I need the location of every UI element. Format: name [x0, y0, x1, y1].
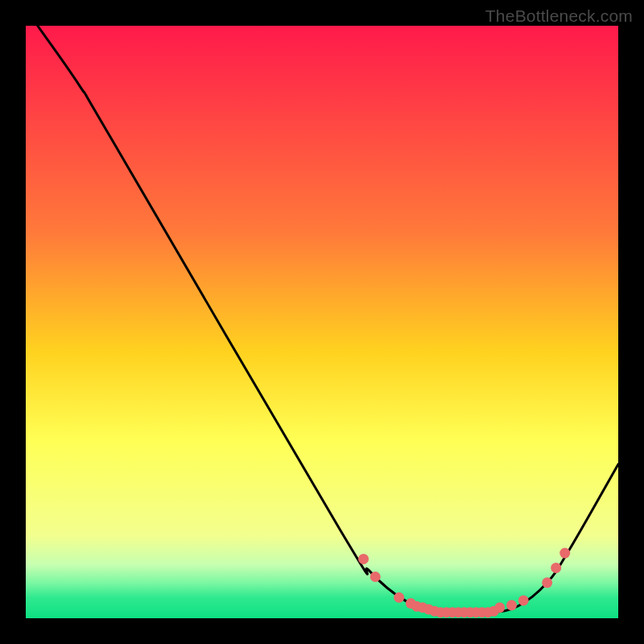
- chart-plot-area: [26, 26, 618, 618]
- data-marker: [518, 595, 529, 605]
- chart-svg: [26, 26, 618, 618]
- chart-stage: TheBottleneck.com: [0, 0, 644, 644]
- data-marker: [551, 563, 561, 573]
- data-marker: [370, 572, 381, 582]
- chart-gradient-bg: [26, 26, 618, 618]
- data-marker: [494, 602, 505, 613]
- data-marker: [542, 577, 552, 588]
- data-marker: [559, 548, 570, 559]
- data-marker: [358, 554, 369, 564]
- data-marker: [394, 592, 404, 603]
- watermark-text: TheBottleneck.com: [485, 6, 633, 26]
- data-marker: [506, 600, 517, 610]
